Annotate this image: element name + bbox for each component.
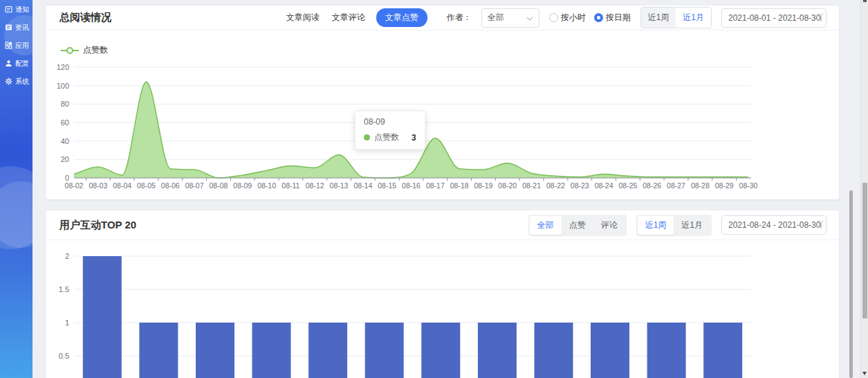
svg-text:08-29: 08-29 — [715, 181, 734, 190]
top20-title: 用户互动TOP 20 — [59, 219, 136, 232]
svg-text:08-03: 08-03 — [89, 181, 107, 190]
page-scrollbar[interactable] — [860, 0, 868, 378]
sidebar: 通知 资讯 应用 配置 系统 — [0, 0, 33, 378]
content-scrollbar-thumb[interactable] — [849, 190, 853, 378]
svg-text:08-28: 08-28 — [691, 181, 710, 190]
sidebar-item-label: 系统 — [15, 77, 29, 87]
svg-text:100: 100 — [57, 82, 69, 90]
gear-icon — [5, 78, 12, 87]
sidebar-item-label: 资讯 — [15, 23, 29, 33]
page-scrollbar-thumb[interactable] — [862, 183, 867, 318]
svg-text:120: 120 — [57, 63, 69, 71]
svg-text:08-19: 08-19 — [474, 181, 493, 190]
svg-text:08-30: 08-30 — [739, 181, 758, 190]
calendar-icon[interactable] — [820, 15, 822, 21]
reading-panel-header: 总阅读情况 文章阅读 文章评论 文章点赞 作者： 全部 按小时 按日期 — [46, 6, 839, 30]
scrollbar-up-button[interactable] — [863, 0, 867, 2]
range-quick-buttons: 近1周 近1月 — [640, 7, 712, 28]
time-mode-radio-group: 按小时 按日期 — [549, 12, 631, 24]
svg-text:40: 40 — [61, 137, 69, 145]
svg-text:08-06: 08-06 — [161, 181, 180, 190]
reading-overview-panel: 总阅读情况 文章阅读 文章评论 文章点赞 作者： 全部 按小时 按日期 — [46, 6, 839, 199]
svg-text:08-14: 08-14 — [353, 181, 372, 190]
sidebar-item-system[interactable]: 系统 — [0, 75, 33, 89]
author-select[interactable]: 全部 — [481, 8, 539, 28]
author-label: 作者： — [447, 12, 472, 24]
sidebar-item-apps[interactable]: 应用 — [0, 39, 33, 53]
radio-by-hour[interactable]: 按小时 — [549, 12, 586, 24]
last-month-button[interactable]: 近1月 — [676, 8, 711, 28]
range-quick-buttons-2: 近1周 近1月 — [636, 215, 712, 236]
svg-text:08-04: 08-04 — [113, 181, 131, 190]
svg-text:08-05: 08-05 — [137, 181, 156, 190]
author-select-value: 全部 — [488, 12, 504, 24]
svg-text:08-09: 08-09 — [233, 181, 252, 190]
news-icon — [5, 24, 12, 33]
date-range-value-2: 2021-08-24 - 2021-08-30 — [728, 220, 820, 230]
svg-text:2: 2 — [65, 252, 69, 260]
svg-text:08-11: 08-11 — [281, 181, 299, 190]
svg-text:08-17: 08-17 — [426, 181, 445, 190]
date-range-value: 2021-08-01 - 2021-08-30 — [728, 13, 820, 23]
svg-text:08-08: 08-08 — [209, 181, 228, 190]
svg-text:08-25: 08-25 — [618, 181, 637, 190]
svg-text:08-13: 08-13 — [330, 181, 349, 190]
top20-panel-header: 用户互动TOP 20 全部 点赞 评论 近1周 近1月 2021-08-24 -… — [46, 210, 839, 240]
svg-text:08-26: 08-26 — [643, 181, 661, 190]
user-config-icon — [5, 60, 12, 69]
svg-text:08-16: 08-16 — [402, 181, 421, 190]
tab-article-like[interactable]: 文章点赞 — [376, 8, 427, 27]
interaction-type-tabs: 全部 点赞 评论 — [528, 215, 627, 236]
tooltip-value: 3 — [412, 133, 416, 143]
calendar-icon-2[interactable] — [820, 222, 822, 228]
tooltip-date: 08-09 — [364, 117, 416, 127]
notice-icon — [5, 6, 12, 15]
reading-area-chart[interactable]: 02040608010012008-0208-0308-0408-0508-06… — [46, 30, 839, 199]
last-month-button-2[interactable]: 近1月 — [674, 216, 710, 235]
scrollbar-down-icon[interactable] — [862, 372, 867, 375]
date-range-input-2[interactable]: 2021-08-24 - 2021-08-30 — [721, 215, 827, 235]
tab-all[interactable]: 全部 — [530, 216, 562, 235]
svg-text:08-10: 08-10 — [257, 181, 276, 190]
radio-icon — [549, 13, 558, 22]
svg-text:08-23: 08-23 — [571, 181, 589, 190]
tooltip-series-label: 点赞数 — [374, 132, 399, 143]
sidebar-item-news[interactable]: 资讯 — [0, 21, 33, 35]
sidebar-item-notice[interactable]: 通知 — [0, 3, 33, 17]
svg-text:08-21: 08-21 — [522, 181, 541, 190]
sidebar-item-label: 配置 — [15, 59, 29, 69]
sidebar-decor-circle — [0, 181, 33, 248]
tooltip-series-dot — [364, 134, 370, 141]
svg-text:80: 80 — [61, 100, 69, 108]
page-title: 总阅读情况 — [59, 11, 111, 24]
apps-icon — [5, 42, 12, 51]
svg-text:08-15: 08-15 — [378, 181, 396, 190]
top20-panel: 用户互动TOP 20 全部 点赞 评论 近1周 近1月 2021-08-24 -… — [46, 210, 839, 378]
svg-text:08-24: 08-24 — [595, 181, 613, 190]
svg-text:08-27: 08-27 — [667, 181, 685, 190]
svg-text:08-20: 08-20 — [498, 181, 517, 190]
svg-text:1: 1 — [65, 318, 69, 327]
chart-tooltip: 08-09 点赞数 3 — [355, 111, 425, 150]
tab-like[interactable]: 点赞 — [562, 216, 593, 235]
chevron-down-icon — [526, 13, 533, 23]
last-week-button[interactable]: 近1周 — [641, 8, 676, 28]
last-week-button-2[interactable]: 近1周 — [638, 216, 674, 235]
sidebar-item-config[interactable]: 配置 — [0, 57, 33, 71]
top20-bar-chart[interactable]: 0.511.52 — [46, 240, 839, 378]
radio-by-date[interactable]: 按日期 — [594, 12, 631, 24]
sidebar-item-label: 应用 — [15, 41, 29, 51]
svg-text:08-07: 08-07 — [185, 181, 204, 190]
svg-text:08-22: 08-22 — [546, 181, 565, 190]
svg-text:08-12: 08-12 — [306, 181, 324, 190]
tab-comment[interactable]: 评论 — [593, 216, 625, 235]
tab-article-read[interactable]: 文章阅读 — [285, 9, 321, 26]
svg-text:08-02: 08-02 — [65, 181, 84, 190]
svg-text:60: 60 — [61, 118, 69, 127]
svg-text:1.5: 1.5 — [59, 285, 69, 294]
date-range-input[interactable]: 2021-08-01 - 2021-08-30 — [721, 8, 827, 28]
svg-text:20: 20 — [61, 155, 69, 163]
tab-article-comment[interactable]: 文章评论 — [331, 9, 367, 26]
sidebar-item-label: 通知 — [15, 5, 29, 15]
radio-icon — [594, 13, 603, 22]
